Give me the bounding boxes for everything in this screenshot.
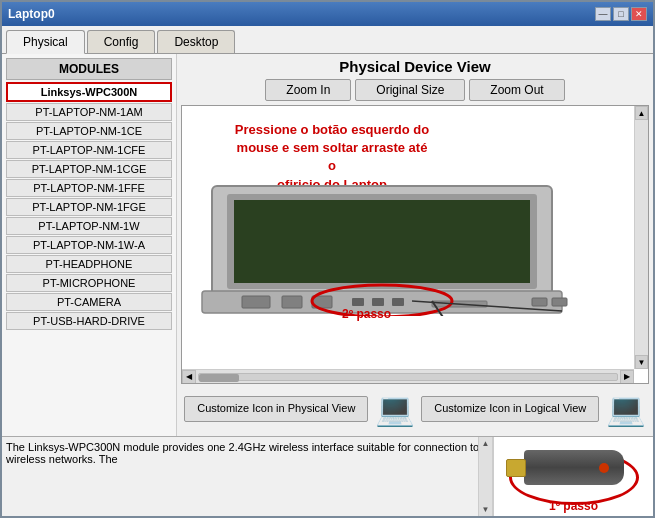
module-item-4[interactable]: PT-LAPTOP-NM-1CGE [6, 160, 172, 178]
device-view[interactable]: Pressione o botão esquerdo do mouse e se… [181, 105, 649, 384]
minimize-button[interactable]: — [595, 7, 611, 21]
horizontal-scrollbar[interactable]: ◀ ▶ [182, 369, 634, 383]
module-item-8[interactable]: PT-LAPTOP-NM-1W-A [6, 236, 172, 254]
svg-rect-2 [234, 200, 530, 283]
titlebar: Laptop0 — □ ✕ [2, 2, 653, 26]
svg-rect-8 [372, 298, 384, 306]
scroll-track[interactable] [198, 373, 618, 381]
svg-rect-5 [282, 296, 302, 308]
module-item-camera[interactable]: PT-CAMERA [6, 293, 172, 311]
description-area: The Linksys-WPC300N module provides one … [2, 437, 493, 516]
module-item-1[interactable]: PT-LAPTOP-NM-1AM [6, 103, 172, 121]
module-item-6[interactable]: PT-LAPTOP-NM-1FGE [6, 198, 172, 216]
description-scrollbar[interactable]: ▲ ▼ [478, 437, 492, 516]
tab-bar: Physical Config Desktop [2, 26, 653, 54]
sidebar: MODULES Linksys-WPC300N PT-LAPTOP-NM-1AM… [2, 54, 177, 436]
usb-connector [506, 459, 526, 477]
laptop-icon-logical: 💻 [606, 390, 646, 428]
customize-physical-button[interactable]: Customize Icon in Physical View [184, 396, 368, 421]
zoom-toolbar: Zoom In Original Size Zoom Out [181, 79, 649, 101]
module-item-microphone[interactable]: PT-MICROPHONE [6, 274, 172, 292]
svg-rect-10 [532, 298, 547, 306]
content-area: MODULES Linksys-WPC300N PT-LAPTOP-NM-1AM… [2, 54, 653, 436]
tab-config[interactable]: Config [87, 30, 156, 53]
module-item-usb[interactable]: PT-USB-HARD-DRIVE [6, 312, 172, 330]
panel-title: Physical Device View [181, 58, 649, 75]
window-title: Laptop0 [8, 7, 55, 21]
svg-rect-9 [392, 298, 404, 306]
desc-scroll-down[interactable]: ▼ [480, 503, 492, 516]
module-item-2[interactable]: PT-LAPTOP-NM-1CE [6, 122, 172, 140]
device-scroll-area[interactable]: Pressione o botão esquerdo do mouse e se… [182, 106, 648, 383]
svg-rect-12 [432, 301, 487, 307]
zoom-in-button[interactable]: Zoom In [265, 79, 351, 101]
close-button[interactable]: ✕ [631, 7, 647, 21]
description-text: The Linksys-WPC300N module provides one … [6, 441, 479, 465]
customize-logical-wrap: Customize Icon in Logical View [421, 396, 599, 421]
zoom-out-button[interactable]: Zoom Out [469, 79, 564, 101]
module-item-7[interactable]: PT-LAPTOP-NM-1W [6, 217, 172, 235]
modules-header: MODULES [6, 58, 172, 80]
laptop-icon-physical: 💻 [375, 390, 415, 428]
scroll-left-arrow[interactable]: ◀ [182, 370, 196, 384]
usb-body [524, 450, 624, 485]
customize-physical-wrap: Customize Icon in Physical View [184, 396, 368, 421]
module-item-headphone[interactable]: PT-HEADPHONE [6, 255, 172, 273]
scroll-right-arrow[interactable]: ▶ [620, 370, 634, 384]
svg-rect-4 [242, 296, 270, 308]
titlebar-buttons: — □ ✕ [595, 7, 647, 21]
scroll-track-v [635, 120, 648, 355]
step2-label: 2º passo [342, 307, 391, 321]
usb-icon-area: 1º passo [493, 437, 653, 516]
bottom-panel: The Linksys-WPC300N module provides one … [2, 436, 653, 516]
module-item-3[interactable]: PT-LAPTOP-NM-1CFE [6, 141, 172, 159]
laptop-svg [182, 106, 612, 316]
main-window: Laptop0 — □ ✕ Physical Config Desktop MO… [0, 0, 655, 518]
usb-indicator [599, 463, 609, 473]
desc-scroll-up[interactable]: ▲ [480, 437, 492, 450]
module-item-5[interactable]: PT-LAPTOP-NM-1FFE [6, 179, 172, 197]
vertical-scrollbar[interactable]: ▲ ▼ [634, 106, 648, 369]
original-size-button[interactable]: Original Size [355, 79, 465, 101]
tab-desktop[interactable]: Desktop [157, 30, 235, 53]
usb-wrapper [514, 440, 634, 495]
modules-list[interactable]: Linksys-WPC300N PT-LAPTOP-NM-1AM PT-LAPT… [2, 82, 176, 436]
svg-rect-7 [352, 298, 364, 306]
device-image: Pressione o botão esquerdo do mouse e se… [182, 106, 612, 326]
action-buttons: Customize Icon in Physical View 💻 Custom… [181, 386, 649, 432]
module-item-linksys[interactable]: Linksys-WPC300N [6, 82, 172, 102]
customize-logical-button[interactable]: Customize Icon in Logical View [421, 396, 599, 421]
svg-rect-11 [552, 298, 567, 306]
maximize-button[interactable]: □ [613, 7, 629, 21]
scroll-thumb[interactable] [199, 374, 239, 382]
tab-physical[interactable]: Physical [6, 30, 85, 54]
main-panel: Physical Device View Zoom In Original Si… [177, 54, 653, 436]
scroll-down-arrow[interactable]: ▼ [635, 355, 648, 369]
scroll-up-arrow[interactable]: ▲ [635, 106, 648, 120]
